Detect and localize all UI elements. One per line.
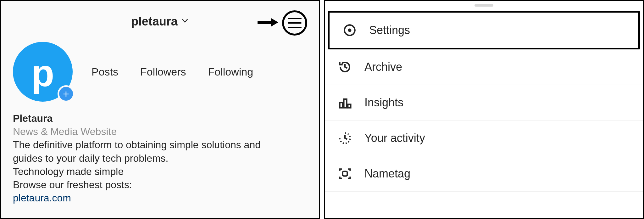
svg-marker-1	[271, 18, 278, 27]
svg-rect-7	[343, 171, 347, 176]
profile-header: pletaura	[13, 10, 307, 32]
menu-item-insights[interactable]: Insights	[325, 85, 643, 121]
history-icon	[337, 59, 353, 75]
stats-row: Posts Followers Following	[92, 66, 253, 78]
plus-icon: +	[63, 88, 69, 99]
menu-item-label: Settings	[369, 24, 410, 37]
activity-icon	[337, 131, 353, 146]
avatar-letter: p	[31, 54, 54, 92]
bio-line: Browse our freshest posts:	[13, 178, 307, 191]
menu-item-nametag[interactable]: Nametag	[325, 156, 643, 192]
hamburger-annotation	[256, 10, 307, 36]
menu-item-label: Insights	[364, 96, 403, 109]
following-stat[interactable]: Following	[208, 66, 253, 78]
svg-rect-6	[348, 104, 351, 108]
barchart-icon	[337, 95, 353, 110]
chevron-down-icon	[181, 17, 189, 26]
menu-item-archive[interactable]: Archive	[325, 49, 643, 85]
svg-point-3	[348, 29, 352, 32]
hamburger-menu-button[interactable]	[282, 10, 307, 36]
avatar[interactable]: p +	[13, 42, 73, 102]
menu-item-your-activity[interactable]: Your activity	[325, 121, 643, 156]
arrow-icon	[256, 16, 278, 30]
menu-sheet: Settings Archive Insights Your activity	[324, 0, 644, 219]
bio-line: Technology made simple	[13, 165, 307, 178]
username-switcher[interactable]: pletaura	[131, 15, 189, 28]
profile-screen: pletaura p + Posts	[0, 0, 320, 219]
menu-list: Settings Archive Insights Your activity	[325, 11, 643, 192]
category-label: News & Media Website	[13, 125, 307, 138]
posts-stat[interactable]: Posts	[92, 66, 118, 78]
menu-item-settings[interactable]: Settings	[328, 11, 640, 49]
bio-line: guides to your daily tech problems.	[13, 152, 307, 165]
profile-summary-row: p + Posts Followers Following	[13, 42, 307, 102]
menu-item-label: Archive	[364, 60, 402, 74]
bio-block: Pletaura News & Media Website The defini…	[13, 112, 307, 205]
svg-rect-4	[340, 103, 343, 108]
followers-stat[interactable]: Followers	[140, 66, 186, 78]
menu-item-label: Nametag	[364, 167, 410, 180]
display-name: Pletaura	[13, 112, 307, 125]
gear-icon	[342, 23, 357, 38]
bio-line: The definitive platform to obtaining sim…	[13, 138, 307, 151]
nametag-icon	[337, 166, 353, 181]
bio-link[interactable]: pletaura.com	[13, 191, 307, 205]
add-story-badge[interactable]: +	[58, 85, 75, 102]
username-label: pletaura	[131, 15, 178, 28]
menu-item-label: Your activity	[364, 132, 425, 145]
drag-handle[interactable]	[475, 4, 493, 7]
hamburger-icon	[288, 18, 302, 28]
svg-rect-5	[344, 99, 347, 108]
